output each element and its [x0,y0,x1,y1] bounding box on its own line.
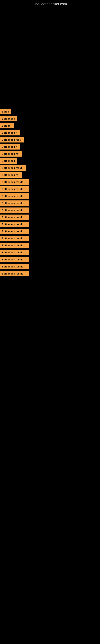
result-row: Bottleneck result [0,236,100,241]
result-row: Bottleneck result [0,257,100,262]
result-row: Bottleneck result [0,179,100,185]
bottleneck-result-bar: Bottleneck [0,158,17,164]
bottleneck-result-bar: Bottleneck result [0,208,29,213]
result-row: Bottleneck result [0,243,100,248]
chart-area [0,8,100,105]
result-row: Bottleneck result [0,271,100,276]
result-row: Bottleneck r [0,130,100,136]
result-row: Bottlen [0,123,100,128]
bottleneck-result-bar: Bottleneck result [0,200,29,206]
bottleneck-result-bar: Bottleneck result [0,214,29,220]
bottleneck-result-bar: Bottleneck result [0,236,29,241]
result-row: Bottleneck result [0,200,100,206]
result-row: Bottleneck result [0,208,100,213]
result-row: Bottleneck resu [0,137,100,142]
bottleneck-result-bar: Bottleneck result [0,186,29,192]
result-row: Bottleneck result [0,222,100,227]
bottleneck-result-bar: Bottleneck r [0,130,20,136]
bottleneck-results-container: BottleBottleneckBottlenBottleneck rBottl… [0,105,100,278]
bottleneck-result-bar: Bottleneck result [0,228,29,234]
result-row: Bottleneck [0,116,100,121]
bottleneck-result-bar: Bottleneck [0,116,17,121]
bottleneck-result-bar: Bottleneck re [0,151,22,156]
result-row: Bottleneck result [0,264,100,269]
bottleneck-result-bar: Bottleneck result [0,243,29,248]
result-row: Bottleneck r [0,144,100,150]
bottleneck-result-bar: Bottleneck result [0,271,29,276]
result-row: Bottleneck result [0,214,100,220]
bottleneck-result-bar: Bottleneck result [0,250,29,255]
bottleneck-result-bar: Bottleneck r [0,144,20,150]
result-row: Bottleneck re [0,172,100,178]
site-title: TheBottlenecker.com [0,0,100,8]
bottleneck-result-bar: Bottleneck result [0,194,29,199]
bottleneck-result-bar: Bottleneck result [0,179,29,185]
bottleneck-result-bar: Bottle [0,109,11,114]
bottleneck-result-bar: Bottlen [0,123,14,128]
bottleneck-result-bar: Bottleneck result [0,264,29,269]
result-row: Bottleneck result [0,194,100,199]
result-row: Bottleneck result [0,250,100,255]
result-row: Bottleneck resul [0,165,100,171]
result-row: Bottleneck result [0,186,100,192]
result-row: Bottle [0,109,100,114]
bottleneck-result-bar: Bottleneck re [0,172,22,178]
bottleneck-result-bar: Bottleneck result [0,257,29,262]
bottleneck-result-bar: Bottleneck result [0,222,29,227]
bottleneck-result-bar: Bottleneck resul [0,165,26,171]
result-row: Bottleneck result [0,228,100,234]
bottleneck-result-bar: Bottleneck resu [0,137,24,142]
result-row: Bottleneck re [0,151,100,156]
result-row: Bottleneck [0,158,100,164]
